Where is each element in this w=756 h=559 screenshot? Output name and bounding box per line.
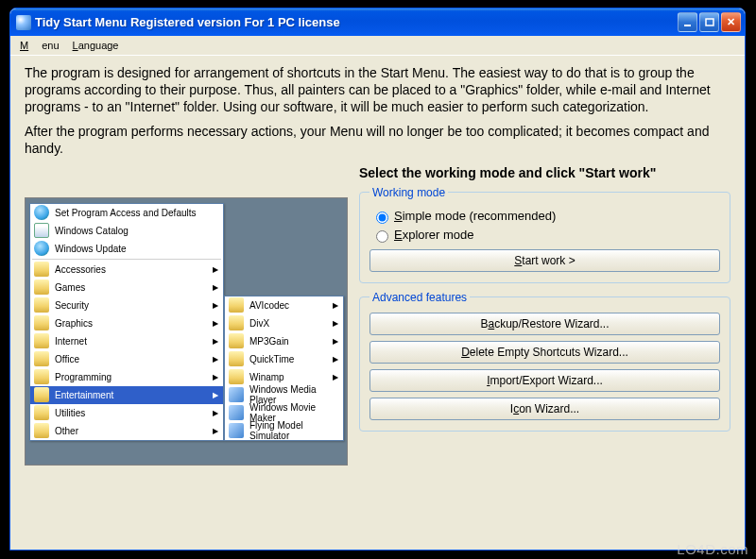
submenu-arrow-icon: ▶ [213,391,218,399]
preview-menu-label: MP3Gain [249,336,289,347]
menu-language[interactable]: Language [66,38,126,53]
titlebar[interactable]: Tidy Start Menu Registered version For 1… [10,8,745,36]
preview-menu-label: Games [55,282,85,293]
explorer-mode-radio[interactable] [376,230,388,243]
svg-rect-1 [706,19,713,25]
working-mode-group: Working mode Simple mode (recommended) E… [359,186,730,283]
folder-icon [34,351,49,366]
preview-menu-item: Other▶ [30,422,223,440]
folder-icon [34,387,49,402]
submenu-arrow-icon: ▶ [333,373,338,381]
submenu-arrow-icon: ▶ [213,427,218,435]
submenu-arrow-icon: ▶ [213,301,218,310]
submenu-arrow-icon: ▶ [213,319,218,328]
folder-icon [34,297,49,313]
advanced-features-group: Advanced features Backup/Restore Wizard.… [359,291,730,432]
watermark: LO4D.com [677,541,748,557]
submenu-arrow-icon: ▶ [213,337,218,346]
app-icon [229,387,244,402]
preview-menu-label: Accessories [55,264,106,275]
simple-mode-radio[interactable] [376,212,388,224]
preview-menu-item: Windows Movie Maker [225,404,343,422]
book-icon [34,223,49,238]
app-icon [229,423,244,438]
simple-mode-radio-row[interactable]: Simple mode (recommended) [371,209,718,224]
menu-menu[interactable]: Menu [13,38,66,53]
preview-menu-item: Windows Catalog [30,222,223,240]
description-text-2: After the program performs necessary act… [25,124,730,158]
preview-menu-item: Set Program Access and Defaults [30,204,223,222]
svg-rect-0 [684,25,691,26]
select-heading: Select the working mode and click "Start… [359,165,730,180]
preview-menu-item: AVIcodec▶ [225,296,343,314]
folder-icon [34,369,49,384]
menubar: Menu Language [10,36,745,56]
folder-icon [229,351,244,366]
folder-icon [34,315,49,330]
preview-menu-label: Programming [55,372,112,382]
start-work-button[interactable]: Start work > [369,249,720,272]
preview-menu-label: DivX [249,318,269,329]
folder-icon [229,369,244,384]
submenu-arrow-icon: ▶ [333,301,338,310]
start-menu-preview: Set Program Access and DefaultsWindows C… [25,197,348,466]
preview-menu-item: Flying Model Simulator [225,422,343,440]
folder-icon [34,423,49,438]
window-title: Tidy Start Menu Registered version For 1… [35,15,678,29]
submenu-arrow-icon: ▶ [213,409,218,417]
minimize-button[interactable] [678,12,697,32]
preview-menu-label: Utilities [55,408,85,418]
folder-icon [229,297,244,313]
submenu-arrow-icon: ▶ [333,355,338,364]
preview-menu-label: Other [55,426,78,436]
backup-restore-button[interactable]: Backup/Restore Wizard... [369,313,720,335]
explorer-mode-label: Explorer mode [394,228,474,242]
globe-icon [34,241,49,256]
right-panel: Select the working mode and click "Start… [359,165,730,466]
preview-menu-item: Utilities▶ [30,404,223,422]
preview-menu-label: Set Program Access and Defaults [55,208,197,218]
close-button[interactable]: ✕ [721,12,741,32]
description-text: The program is designed for arrangement … [25,65,730,116]
app-window: Tidy Start Menu Registered version For 1… [9,8,746,551]
folder-icon [34,280,49,295]
preview-menu-label: Security [55,300,89,311]
lower-panel: Set Program Access and DefaultsWindows C… [25,165,730,466]
preview-menu-item: Programming▶ [30,368,223,386]
preview-menu-right: AVIcodec▶DivX▶MP3Gain▶QuickTime▶Winamp▶W… [224,296,344,441]
preview-menu-label: Entertainment [55,390,113,400]
explorer-mode-radio-row[interactable]: Explorer mode [371,228,718,243]
submenu-arrow-icon: ▶ [333,319,338,328]
folder-icon [229,333,244,348]
preview-menu-item: Office▶ [30,350,223,368]
folder-icon [34,405,49,420]
menu-separator [32,259,221,260]
advanced-features-legend: Advanced features [369,291,470,304]
app-icon [16,15,31,30]
preview-menu-left: Set Program Access and DefaultsWindows C… [29,203,224,441]
preview-menu-label: Windows Update [55,244,127,254]
preview-menu-item: Internet▶ [30,332,223,350]
preview-menu-item: Winamp▶ [225,368,343,386]
submenu-arrow-icon: ▶ [213,373,218,381]
preview-menu-label: Graphics [55,318,93,329]
working-mode-legend: Working mode [369,186,448,199]
app-icon [229,405,244,420]
preview-menu-item: QuickTime▶ [225,350,343,368]
import-export-button[interactable]: Import/Export Wizard... [369,369,720,392]
preview-menu-item: Accessories▶ [30,261,223,279]
preview-menu-item: MP3Gain▶ [225,332,343,350]
submenu-arrow-icon: ▶ [213,265,218,274]
submenu-arrow-icon: ▶ [213,355,218,364]
preview-menu-label: Flying Model Simulator [249,420,339,441]
globe-icon [34,205,49,220]
delete-empty-button[interactable]: Delete Empty Shortcuts Wizard... [369,341,720,364]
window-controls: ✕ [678,12,741,32]
preview-menu-label: AVIcodec [249,300,289,311]
maximize-button[interactable] [699,12,719,32]
icon-wizard-button[interactable]: Icon Wizard... [369,398,720,420]
preview-menu-item: Security▶ [30,296,223,314]
preview-menu-item: Windows Media Player [225,386,343,404]
folder-icon [229,315,244,330]
simple-mode-label: Simple mode (recommended) [394,209,556,223]
